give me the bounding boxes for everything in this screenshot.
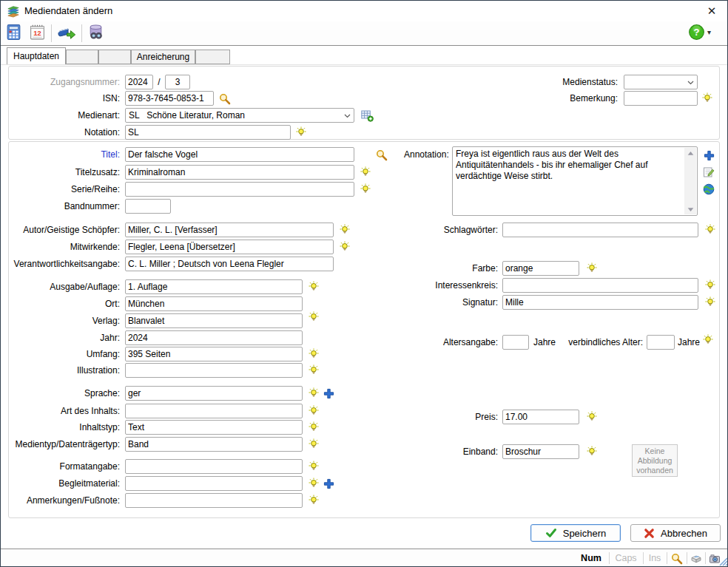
medienstatus-dropdown[interactable] (624, 75, 698, 89)
ort-input[interactable] (125, 296, 303, 311)
bulb-icon[interactable] (307, 347, 320, 361)
begleitmaterial-input[interactable] (125, 476, 303, 491)
begleitmaterial-add-icon[interactable] (322, 477, 335, 490)
bulb-icon[interactable] (307, 438, 320, 451)
signatur-input[interactable] (502, 295, 698, 310)
bulb-icon[interactable] (585, 410, 599, 424)
bulb-icon[interactable] (307, 387, 320, 400)
bulb-icon[interactable] (307, 280, 320, 293)
bandnummer-label: Bandnummer: (64, 199, 120, 214)
bulb-icon[interactable] (307, 421, 320, 434)
altersangabe-input[interactable] (502, 335, 529, 350)
help-dropdown-icon[interactable]: ▾ (707, 28, 711, 36)
farbe-input[interactable] (502, 261, 579, 276)
annotation-textarea[interactable]: Freya ist eigentlich raus aus der Welt d… (452, 146, 698, 216)
bulb-icon[interactable] (338, 223, 351, 237)
bulb-icon[interactable] (307, 364, 320, 377)
resize-grip[interactable] (718, 556, 728, 566)
medienart-dropdown[interactable]: SL Schöne Literatur, Roman (125, 108, 354, 123)
titelzusatz-input[interactable] (125, 165, 354, 180)
cancel-button[interactable]: Abbrechen (630, 524, 721, 542)
titel-search-icon[interactable] (374, 148, 388, 161)
tab-unlabeled-1[interactable] (66, 50, 98, 64)
illustration-input[interactable] (125, 363, 303, 378)
svg-text:12: 12 (33, 30, 41, 37)
calculator-button[interactable] (4, 24, 24, 44)
search-icon (670, 552, 683, 565)
bulb-icon[interactable] (704, 279, 717, 292)
bulb-icon[interactable] (701, 333, 715, 347)
einband-label: Einband: (463, 444, 498, 459)
bulb-icon[interactable] (294, 126, 308, 139)
tab-unlabeled-3[interactable] (195, 50, 230, 64)
bulb-icon[interactable] (585, 262, 599, 275)
inhaltstyp-input[interactable] (125, 420, 303, 435)
anmerkungen-input[interactable] (125, 493, 303, 508)
annotation-scrollbar[interactable] (684, 148, 696, 214)
sprache-input[interactable] (125, 386, 303, 401)
help-button[interactable]: ? (687, 24, 705, 42)
formatangabe-label: Formatangabe: (60, 459, 120, 474)
isn-input[interactable] (125, 91, 214, 106)
loan-book-button[interactable] (56, 24, 76, 44)
verbindliches-alter-unit: Jahre (678, 335, 700, 350)
autor-input[interactable] (125, 223, 334, 237)
bulb-icon[interactable] (704, 223, 717, 237)
toolbar-separator (81, 24, 82, 42)
ausgabe-auflage-input[interactable] (125, 279, 303, 294)
medienart-table-add-icon[interactable] (360, 109, 374, 122)
bulb-icon[interactable] (307, 310, 320, 324)
close-icon[interactable]: ✕ (699, 1, 724, 21)
annotation-add-icon[interactable] (702, 149, 715, 162)
serie-reihe-input[interactable] (125, 182, 354, 197)
bulb-icon[interactable] (704, 296, 717, 309)
verbindliches-alter-input[interactable] (647, 335, 675, 350)
einband-input[interactable] (502, 444, 579, 459)
art-des-inhalts-input[interactable] (125, 404, 303, 418)
mitwirkende-input[interactable] (125, 240, 334, 254)
medientyp-input[interactable] (125, 437, 303, 452)
save-button[interactable]: Speichern (530, 524, 621, 542)
jahr-input[interactable] (125, 330, 303, 345)
bulb-icon[interactable] (359, 166, 372, 179)
zugangsnummer-input[interactable] (125, 75, 153, 89)
bulb-icon[interactable] (585, 445, 599, 458)
bulb-icon[interactable] (359, 183, 372, 196)
bulb-icon[interactable] (307, 460, 320, 473)
database-search-button[interactable] (86, 24, 106, 44)
sprache-add-icon[interactable] (322, 387, 335, 400)
titel-input[interactable] (125, 147, 354, 162)
scroll-down-icon[interactable] (684, 204, 696, 214)
annotation-text: Freya ist eigentlich raus aus der Welt d… (456, 149, 682, 214)
bulb-icon[interactable] (307, 494, 320, 507)
scroll-up-icon[interactable] (684, 148, 696, 158)
calendar-icon: 12 (28, 23, 47, 44)
umfang-label: Umfang: (87, 347, 120, 361)
bemerkung-input[interactable] (624, 91, 698, 106)
tab-unlabeled-2[interactable] (98, 50, 131, 64)
calculator-icon (4, 23, 23, 44)
verlag-input[interactable] (125, 313, 303, 328)
annotation-web-icon[interactable] (702, 183, 715, 196)
medientyp-label: Medientyp/Datenträgertyp: (16, 437, 120, 452)
annotation-edit-icon[interactable] (702, 166, 715, 179)
bulb-icon[interactable] (701, 92, 714, 105)
isn-search-icon[interactable] (218, 92, 231, 105)
sprache-label: Sprache: (84, 386, 120, 401)
formatangabe-input[interactable] (125, 459, 303, 474)
notation-input[interactable] (125, 125, 291, 140)
bandnummer-input[interactable] (125, 199, 171, 214)
calendar-button[interactable]: 12 (27, 24, 47, 44)
bulb-icon[interactable] (307, 404, 320, 418)
schlagwoerter-input[interactable] (502, 223, 698, 237)
bulb-icon[interactable] (338, 240, 351, 254)
cover-placeholder-text: Keine Abbildung vorhanden (636, 447, 673, 475)
bulb-icon[interactable] (307, 477, 320, 490)
interessenkreis-input[interactable] (502, 278, 698, 293)
tab-hauptdaten[interactable]: Hauptdaten (7, 47, 66, 64)
umfang-input[interactable] (125, 347, 303, 361)
verantwortlichkeitsangabe-input[interactable] (125, 257, 334, 271)
zugangsnummer-exemplar-input[interactable] (165, 75, 190, 89)
tab-anreicherung[interactable]: Anreicherung (131, 50, 195, 64)
preis-input[interactable] (502, 410, 579, 424)
